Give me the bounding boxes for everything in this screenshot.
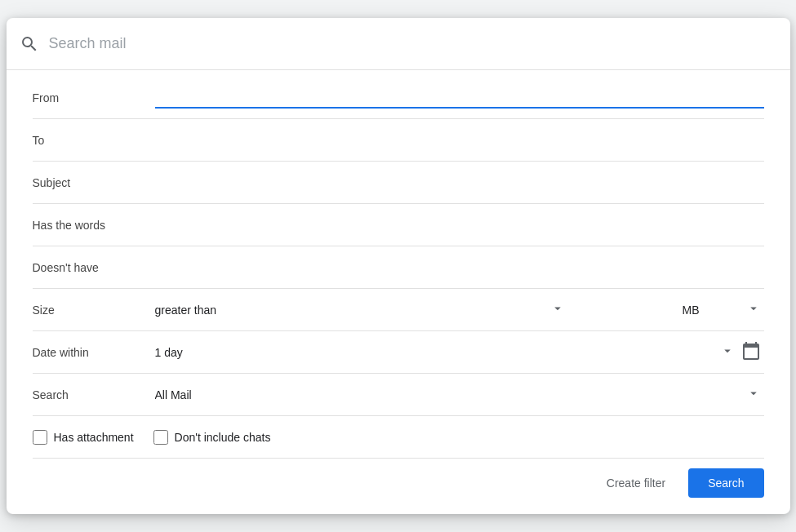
size-number-input[interactable]: [568, 304, 683, 317]
search-mail-input[interactable]: [49, 35, 777, 52]
calendar-icon[interactable]: [738, 338, 764, 367]
dont-include-chats-checkbox-item[interactable]: Don't include chats: [153, 430, 271, 445]
date-within-row: Date within 1 day 3 days 1 week 2 weeks …: [33, 331, 764, 374]
size-label: Size: [33, 304, 155, 317]
search-in-select[interactable]: All Mail Inbox Sent Drafts Spam Trash: [155, 388, 764, 401]
to-label: To: [33, 134, 155, 147]
checkboxes-row: Has attachment Don't include chats: [33, 416, 764, 459]
subject-input[interactable]: [155, 173, 764, 193]
create-filter-button[interactable]: Create filter: [597, 470, 675, 496]
date-within-label: Date within: [33, 346, 155, 359]
search-icon: [20, 34, 39, 54]
search-in-select-wrap: All Mail Inbox Sent Drafts Spam Trash: [155, 388, 764, 401]
has-attachment-checkbox-item[interactable]: Has attachment: [33, 430, 134, 445]
size-comparator-select[interactable]: greater than less than: [155, 304, 240, 317]
advanced-search-form: From To Subject Has the words Doesn't ha…: [7, 70, 790, 514]
has-attachment-checkbox[interactable]: [33, 430, 47, 445]
size-comparator-wrap: greater than less than: [155, 304, 568, 317]
chevron-down-icon: [720, 344, 735, 361]
doesnt-have-label: Doesn't have: [33, 261, 155, 274]
subject-row: Subject: [33, 162, 764, 204]
has-words-input[interactable]: [155, 215, 764, 235]
dont-include-chats-checkbox[interactable]: [153, 430, 168, 445]
size-unit-wrap: MB KB Bytes: [683, 304, 764, 317]
from-row: From: [33, 77, 764, 119]
to-row: To: [33, 119, 764, 162]
doesnt-have-input[interactable]: [155, 258, 764, 277]
to-input[interactable]: [155, 131, 764, 150]
search-dialog: From To Subject Has the words Doesn't ha…: [7, 18, 790, 514]
size-row: Size greater than less than MB KB Bytes: [33, 289, 764, 331]
from-label: From: [33, 91, 155, 104]
from-input[interactable]: [155, 87, 764, 109]
subject-label: Subject: [33, 176, 155, 189]
chevron-down-icon: [550, 301, 565, 319]
search-button[interactable]: Search: [688, 468, 763, 498]
has-attachment-label: Has attachment: [54, 431, 134, 444]
search-in-label: Search: [33, 388, 155, 401]
dont-include-chats-label: Don't include chats: [175, 431, 271, 444]
doesnt-have-row: Doesn't have: [33, 246, 764, 289]
date-within-select-wrap: 1 day 3 days 1 week 2 weeks 1 month 2 mo…: [155, 346, 738, 359]
chevron-down-icon: [746, 301, 761, 319]
search-in-row: Search All Mail Inbox Sent Drafts Spam T…: [33, 374, 764, 416]
search-bar-area: [7, 18, 790, 70]
buttons-row: Create filter Search: [33, 459, 764, 501]
has-words-row: Has the words: [33, 204, 764, 246]
has-words-label: Has the words: [33, 219, 155, 232]
date-within-select[interactable]: 1 day 3 days 1 week 2 weeks 1 month 2 mo…: [155, 346, 225, 359]
size-unit-select[interactable]: MB KB Bytes: [683, 304, 735, 317]
